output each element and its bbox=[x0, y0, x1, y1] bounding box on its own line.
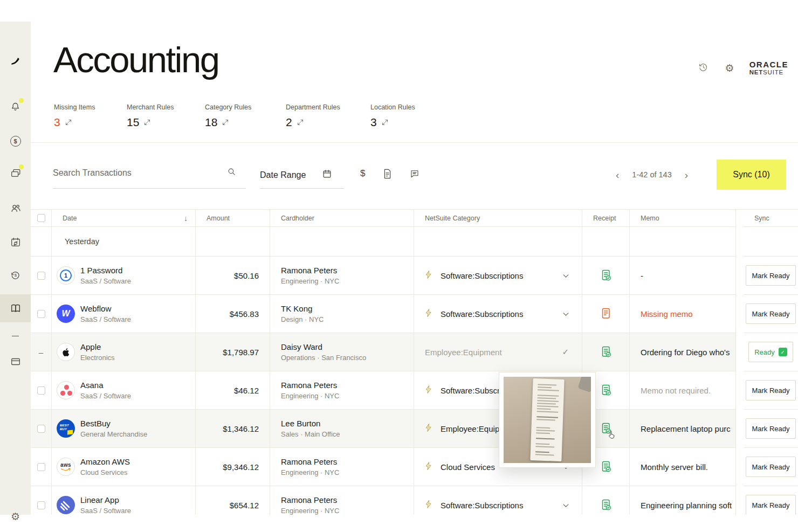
sidebar-item-cards[interactable] bbox=[0, 161, 31, 185]
sidebar-item-more[interactable] bbox=[0, 323, 31, 348]
merchant-logo-webflow: W bbox=[57, 305, 75, 323]
receipt-preview-button[interactable] bbox=[601, 384, 611, 396]
search-input[interactable] bbox=[53, 162, 220, 184]
table-row: 1 1 PasswordSaaS / Software $50.16 Ramon… bbox=[31, 257, 798, 295]
auto-categorized-bolt-icon bbox=[425, 270, 432, 281]
sidebar-item-people[interactable] bbox=[0, 196, 31, 220]
category-select[interactable]: Software:Subscriptions bbox=[441, 501, 554, 510]
receipt-preview-button[interactable] bbox=[601, 461, 611, 473]
expand-icon[interactable] bbox=[297, 119, 304, 126]
chevron-down-icon[interactable] bbox=[563, 309, 569, 319]
row-checkbox[interactable] bbox=[37, 425, 45, 433]
mark-ready-button[interactable]: Mark Ready bbox=[746, 418, 795, 439]
chevron-down-icon[interactable] bbox=[563, 500, 569, 510]
date-range-picker[interactable]: Date Range bbox=[260, 162, 344, 189]
memo-value[interactable]: Monthly server bill. bbox=[641, 462, 708, 472]
row-checkbox[interactable] bbox=[37, 386, 45, 395]
row-checkbox[interactable] bbox=[37, 463, 45, 471]
receipt-preview-button-hovered[interactable] bbox=[601, 423, 611, 434]
sidebar-item-payments[interactable]: $ bbox=[0, 129, 31, 154]
row-checkbox[interactable] bbox=[37, 501, 45, 509]
merchant-logo-linear bbox=[57, 496, 75, 514]
sort-descending-icon[interactable]: ↓ bbox=[184, 214, 188, 223]
cardholder-name: Ramona Peters bbox=[281, 379, 339, 391]
memo-value[interactable]: - bbox=[641, 271, 643, 280]
merchant-name: Amazon AWS bbox=[80, 456, 130, 468]
sidebar-item-reimbursements[interactable]: $ bbox=[0, 262, 31, 287]
sidebar: $ $ bbox=[0, 22, 31, 515]
stat-label: Category Rules bbox=[205, 103, 251, 111]
memo-value[interactable]: Engineering planning soft bbox=[641, 501, 732, 510]
amount-cell: $50.16 bbox=[196, 257, 270, 295]
calendar-sync-icon bbox=[10, 236, 22, 248]
memo-filter-button[interactable] bbox=[410, 169, 419, 178]
merchant-logo-apple bbox=[57, 343, 75, 361]
merchant-logo-1password: 1 bbox=[57, 266, 75, 285]
memo-value[interactable]: Replacement laptop purc bbox=[641, 424, 731, 433]
stat-value: 15 bbox=[127, 116, 139, 129]
prev-page-button[interactable]: ‹ bbox=[614, 170, 621, 180]
ready-button[interactable]: Ready✓ bbox=[748, 342, 793, 362]
receipt-filter-button[interactable] bbox=[383, 169, 392, 179]
row-checkbox[interactable] bbox=[37, 272, 45, 280]
merchant-name: Webflow bbox=[80, 303, 131, 315]
sidebar-item-accounting[interactable] bbox=[0, 294, 31, 322]
mark-ready-button[interactable]: Mark Ready bbox=[746, 265, 795, 286]
receipt-ok-icon bbox=[601, 466, 611, 474]
chevron-down-icon[interactable] bbox=[563, 271, 569, 280]
sync-button[interactable]: Sync (10) bbox=[717, 160, 786, 190]
receipt-missing-button[interactable] bbox=[601, 308, 611, 320]
amount-cell: $456.83 bbox=[196, 295, 270, 333]
merchant-type: SaaS / Software bbox=[80, 392, 131, 400]
people-icon bbox=[10, 202, 22, 214]
next-page-button[interactable]: › bbox=[683, 170, 690, 180]
column-header-amount[interactable]: Amount bbox=[196, 210, 270, 227]
expand-icon[interactable] bbox=[65, 119, 72, 126]
receipt-photo bbox=[504, 377, 591, 463]
sidebar-item-notifications[interactable] bbox=[0, 94, 31, 119]
column-header-cardholder[interactable]: Cardholder bbox=[270, 210, 414, 227]
expand-icon[interactable] bbox=[144, 119, 150, 126]
mark-ready-button[interactable]: Mark Ready bbox=[746, 457, 795, 477]
stat-label: Location Rules bbox=[370, 103, 415, 111]
app-logo[interactable] bbox=[0, 49, 31, 73]
search-button[interactable] bbox=[227, 167, 236, 176]
hand-pointer-cursor-icon bbox=[608, 430, 616, 439]
category-select[interactable]: Software:Subscriptions bbox=[441, 271, 554, 280]
dash-icon bbox=[12, 336, 19, 336]
row-indeterminate-mark[interactable]: – bbox=[39, 348, 43, 357]
receipt-ok-icon bbox=[601, 505, 611, 513]
stat-value: 18 bbox=[205, 116, 217, 129]
column-header-category[interactable]: NetSuite Category bbox=[414, 210, 582, 227]
sidebar-item-banking[interactable] bbox=[0, 349, 31, 374]
memo-missing-link[interactable]: Missing memo bbox=[641, 309, 693, 319]
select-all-checkbox[interactable] bbox=[37, 214, 45, 222]
row-checkbox[interactable] bbox=[37, 310, 45, 318]
settings-button[interactable]: ⚙ bbox=[724, 62, 735, 74]
column-header-receipt[interactable]: Receipt bbox=[582, 210, 630, 227]
column-header-memo[interactable]: Memo bbox=[630, 210, 736, 227]
category-select[interactable]: Software:Subscriptions bbox=[441, 309, 554, 319]
receipt-preview-button[interactable] bbox=[601, 499, 611, 511]
sidebar-item-settings[interactable]: ⚙ bbox=[0, 504, 31, 529]
amount-filter-button[interactable]: $ bbox=[360, 174, 365, 174]
search-icon bbox=[227, 170, 236, 178]
mark-ready-button[interactable]: Mark Ready bbox=[746, 380, 795, 400]
receipt-preview-button[interactable] bbox=[601, 346, 611, 358]
stat-location-rules: Location Rules 3 bbox=[370, 103, 415, 129]
stat-missing-items: Missing Items 3 bbox=[54, 103, 95, 129]
expand-icon[interactable] bbox=[222, 119, 229, 126]
header-actions: ⚙ ORACLE NETSUITE bbox=[697, 60, 788, 75]
mark-ready-button[interactable]: Mark Ready bbox=[746, 495, 795, 515]
table-row: W WebflowSaaS / Software $456.83 TK Kong… bbox=[31, 295, 798, 333]
sidebar-item-scheduled[interactable] bbox=[0, 230, 31, 254]
mark-ready-button[interactable]: Mark Ready bbox=[746, 303, 795, 324]
expand-icon[interactable] bbox=[382, 119, 388, 126]
sync-history-button[interactable] bbox=[697, 60, 710, 75]
column-header-date[interactable]: Date ↓ bbox=[52, 210, 196, 227]
cards-badge bbox=[19, 164, 24, 169]
amount-cell: $1,798.97 bbox=[196, 333, 270, 371]
table-row: aws Amazon AWSCloud Services $9,346.12 R… bbox=[31, 448, 798, 486]
memo-value[interactable]: Ordering for Diego who's bbox=[641, 348, 730, 357]
receipt-preview-button[interactable] bbox=[601, 270, 611, 281]
